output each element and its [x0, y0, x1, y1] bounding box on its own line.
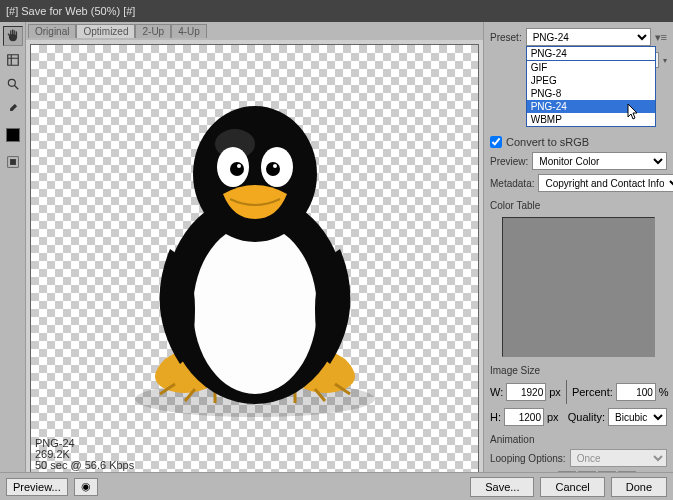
window-title: [#] Save for Web (50%) [#]	[6, 5, 135, 17]
animation-label: Animation	[490, 434, 667, 445]
link-icon[interactable]	[566, 380, 567, 404]
quality-select[interactable]: Bicubic	[608, 408, 667, 426]
color-table-label: Color Table	[490, 200, 667, 211]
image-size-label: Image Size	[490, 365, 667, 376]
foreground-swatch[interactable]	[6, 128, 20, 142]
format-dropdown-open: PNG-24 GIF JPEG PNG-8 PNG-24 WBMP	[526, 46, 656, 127]
metadata-label: Metadata:	[490, 178, 534, 189]
option-png24[interactable]: PNG-24	[527, 100, 655, 113]
info-time: 50 sec @ 56.6 Kbps	[35, 460, 134, 471]
option-wbmp[interactable]: WBMP	[527, 113, 655, 126]
preview-label: Preview:	[490, 156, 528, 167]
svg-rect-3	[10, 159, 16, 165]
titlebar: [#] Save for Web (50%) [#]	[0, 0, 673, 22]
svg-line-1	[14, 86, 18, 90]
looping-select: Once	[570, 449, 667, 467]
option-jpeg[interactable]: JPEG	[527, 74, 655, 87]
canvas-info: PNG-24 269.2K 50 sec @ 56.6 Kbps	[35, 438, 134, 471]
svg-point-15	[273, 164, 277, 168]
tab-2up[interactable]: 2-Up	[135, 24, 171, 38]
dialog-buttons: Preview... ◉ Save... Cancel Done	[0, 472, 673, 500]
toolbar	[0, 22, 26, 500]
metadata-select[interactable]: Copyright and Contact Info	[538, 174, 673, 192]
preview-select[interactable]: Monitor Color	[532, 152, 667, 170]
preview-button[interactable]: Preview...	[6, 478, 68, 496]
done-button[interactable]: Done	[611, 477, 667, 497]
option-gif[interactable]: GIF	[527, 61, 655, 74]
slice-tool[interactable]	[3, 50, 23, 70]
canvas[interactable]: PNG-24 269.2K 50 sec @ 56.6 Kbps	[30, 44, 479, 474]
eyedropper-tool[interactable]	[3, 98, 23, 118]
canvas-wrap: PNG-24 269.2K 50 sec @ 56.6 Kbps	[26, 40, 483, 478]
option-png8[interactable]: PNG-8	[527, 87, 655, 100]
color-table	[502, 217, 655, 357]
preset-select[interactable]: PNG-24	[526, 28, 651, 46]
quality-label: Quality:	[568, 411, 605, 423]
svg-point-12	[230, 162, 244, 176]
svg-point-14	[237, 164, 241, 168]
tab-4up[interactable]: 4-Up	[171, 24, 207, 38]
width-input[interactable]	[506, 383, 546, 401]
tab-original[interactable]: Original	[28, 24, 76, 38]
cancel-button[interactable]: Cancel	[540, 477, 604, 497]
hand-tool[interactable]	[3, 26, 23, 46]
srgb-checkbox[interactable]	[490, 136, 502, 148]
preview-image	[105, 89, 405, 429]
preset-label: Preset:	[490, 32, 522, 43]
svg-point-13	[266, 162, 280, 176]
preset-menu-icon[interactable]: ▾≡	[655, 31, 667, 44]
height-input[interactable]	[504, 408, 544, 426]
svg-point-8	[193, 106, 317, 242]
h-label: H:	[490, 411, 501, 423]
tab-optimized[interactable]: Optimized	[76, 24, 135, 38]
svg-point-0	[8, 79, 15, 86]
chevron-down-icon[interactable]: ▾	[663, 56, 667, 65]
svg-point-6	[193, 224, 317, 394]
looping-label: Looping Options:	[490, 453, 566, 464]
svg-point-7	[217, 249, 253, 289]
srgb-label: Convert to sRGB	[506, 136, 589, 148]
percent-input[interactable]	[616, 383, 656, 401]
view-tabs: Original Optimized 2-Up 4-Up	[26, 22, 483, 40]
browser-preview-button[interactable]: ◉	[74, 478, 98, 496]
settings-panel: Preset: PNG-24 PNG-24 GIF JPEG PNG-8 PNG…	[483, 22, 673, 500]
save-button[interactable]: Save...	[470, 477, 534, 497]
main-area: Original Optimized 2-Up 4-Up	[0, 22, 673, 500]
percent-label: Percent:	[572, 386, 613, 398]
center-panel: Original Optimized 2-Up 4-Up	[26, 22, 483, 500]
slice-visibility-icon[interactable]	[3, 152, 23, 172]
dropdown-header: PNG-24	[527, 47, 655, 61]
zoom-tool[interactable]	[3, 74, 23, 94]
w-label: W:	[490, 386, 503, 398]
